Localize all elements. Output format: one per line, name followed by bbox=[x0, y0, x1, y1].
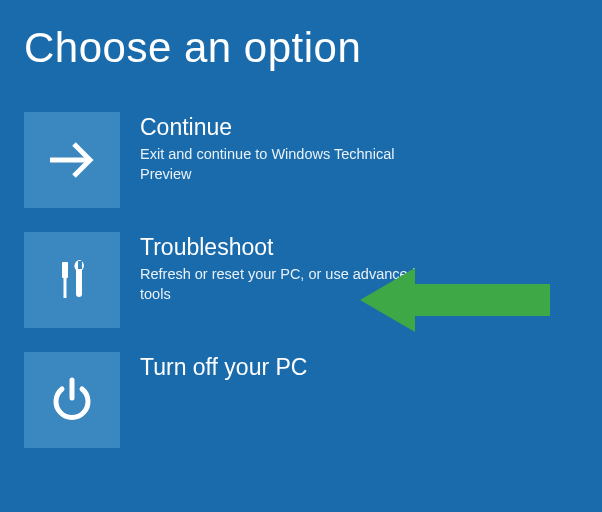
arrow-right-icon bbox=[44, 132, 100, 188]
option-icon-box bbox=[24, 352, 120, 448]
option-title: Turn off your PC bbox=[140, 354, 307, 381]
svg-rect-1 bbox=[62, 262, 68, 278]
page-title: Choose an option bbox=[24, 24, 578, 72]
option-troubleshoot[interactable]: Troubleshoot Refresh or reset your PC, o… bbox=[24, 232, 578, 328]
power-icon bbox=[44, 372, 100, 428]
option-desc: Refresh or reset your PC, or use advance… bbox=[140, 265, 420, 304]
svg-rect-3 bbox=[78, 261, 82, 269]
option-list: Continue Exit and continue to Windows Te… bbox=[24, 112, 578, 448]
option-desc: Exit and continue to Windows Technical P… bbox=[140, 145, 420, 184]
option-continue[interactable]: Continue Exit and continue to Windows Te… bbox=[24, 112, 578, 208]
svg-rect-2 bbox=[64, 278, 67, 298]
option-turnoff[interactable]: Turn off your PC bbox=[24, 352, 578, 448]
option-icon-box bbox=[24, 112, 120, 208]
option-icon-box bbox=[24, 232, 120, 328]
option-title: Troubleshoot bbox=[140, 234, 420, 261]
tools-icon bbox=[44, 252, 100, 308]
option-text: Turn off your PC bbox=[140, 352, 307, 385]
option-title: Continue bbox=[140, 114, 420, 141]
option-text: Troubleshoot Refresh or reset your PC, o… bbox=[140, 232, 420, 304]
option-text: Continue Exit and continue to Windows Te… bbox=[140, 112, 420, 184]
